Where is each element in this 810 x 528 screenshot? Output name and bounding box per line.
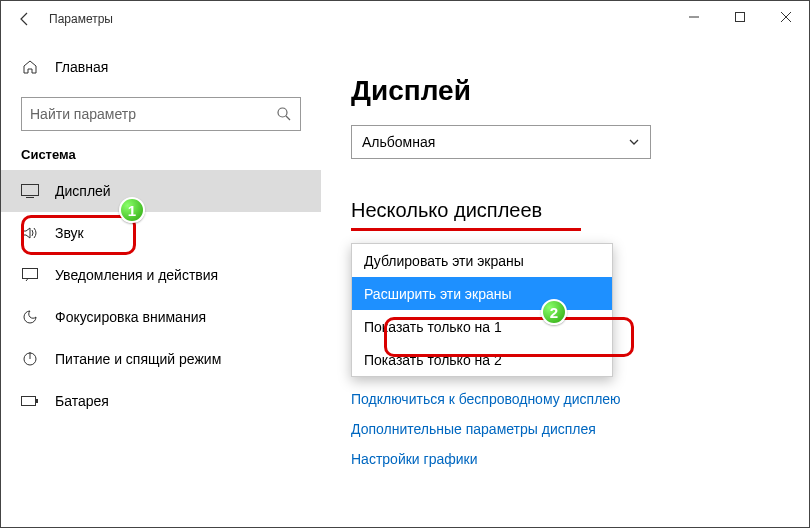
orientation-value: Альбомная	[362, 134, 435, 150]
minimize-icon	[689, 12, 699, 22]
search-icon	[276, 106, 292, 122]
sidebar-home-label: Главная	[55, 59, 108, 75]
dropdown-option-show2[interactable]: Показать только на 2	[352, 343, 612, 376]
annotation-badge-2: 2	[541, 299, 567, 325]
dropdown-option-extend[interactable]: Расширить эти экраны	[352, 277, 612, 310]
maximize-icon	[735, 12, 745, 22]
chevron-down-icon	[628, 136, 640, 148]
power-icon	[21, 351, 39, 367]
annotation-badge-1: 1	[119, 197, 145, 223]
arrow-left-icon	[17, 11, 33, 27]
link-advanced-display[interactable]: Дополнительные параметры дисплея	[351, 421, 779, 437]
sidebar-item-battery[interactable]: Батарея	[1, 380, 321, 422]
sidebar-item-label: Дисплей	[55, 183, 111, 199]
section-heading: Несколько дисплеев	[351, 199, 779, 222]
sidebar-item-display[interactable]: Дисплей	[1, 170, 321, 212]
sidebar-category: Система	[1, 147, 321, 170]
sidebar-item-sound[interactable]: Звук	[1, 212, 321, 254]
battery-icon	[21, 396, 39, 406]
dropdown-option-show1[interactable]: Показать только на 1	[352, 310, 612, 343]
sidebar-item-label: Фокусировка внимания	[55, 309, 206, 325]
svg-rect-6	[22, 185, 39, 196]
svg-point-4	[278, 108, 287, 117]
link-wireless-display[interactable]: Подключиться к беспроводному дисплею	[351, 391, 779, 407]
sidebar-item-power[interactable]: Питание и спящий режим	[1, 338, 321, 380]
page-title: Дисплей	[351, 75, 779, 107]
sidebar-item-label: Питание и спящий режим	[55, 351, 221, 367]
dropdown-option-duplicate[interactable]: Дублировать эти экраны	[352, 244, 612, 277]
sidebar: Главная Система Дисплей Звук Уведомления…	[1, 37, 321, 527]
svg-line-5	[286, 116, 290, 120]
svg-rect-12	[36, 399, 38, 403]
search-input[interactable]	[30, 106, 276, 122]
titlebar: Параметры	[1, 1, 809, 37]
back-button[interactable]	[13, 7, 37, 31]
search-box[interactable]	[21, 97, 301, 131]
notifications-icon	[21, 268, 39, 282]
orientation-combobox[interactable]: Альбомная	[351, 125, 651, 159]
window-title: Параметры	[49, 12, 113, 26]
main-content: Дисплей Альбомная Несколько дисплеев Дуб…	[321, 37, 809, 527]
display-icon	[21, 184, 39, 198]
home-icon	[21, 59, 39, 75]
sidebar-item-label: Уведомления и действия	[55, 267, 218, 283]
sidebar-item-label: Батарея	[55, 393, 109, 409]
svg-rect-11	[22, 397, 36, 406]
close-icon	[781, 12, 791, 22]
minimize-button[interactable]	[671, 1, 717, 33]
multi-display-dropdown[interactable]: Дублировать эти экраны Расширить эти экр…	[351, 243, 613, 377]
focus-icon	[21, 309, 39, 325]
maximize-button[interactable]	[717, 1, 763, 33]
sidebar-item-focus[interactable]: Фокусировка внимания	[1, 296, 321, 338]
close-button[interactable]	[763, 1, 809, 33]
annotation-underline	[351, 228, 581, 231]
svg-rect-1	[736, 13, 745, 22]
sound-icon	[21, 226, 39, 240]
link-graphics[interactable]: Настройки графики	[351, 451, 779, 467]
sidebar-home[interactable]: Главная	[1, 47, 321, 87]
sidebar-item-notifications[interactable]: Уведомления и действия	[1, 254, 321, 296]
sidebar-item-label: Звук	[55, 225, 84, 241]
svg-rect-8	[23, 269, 38, 279]
